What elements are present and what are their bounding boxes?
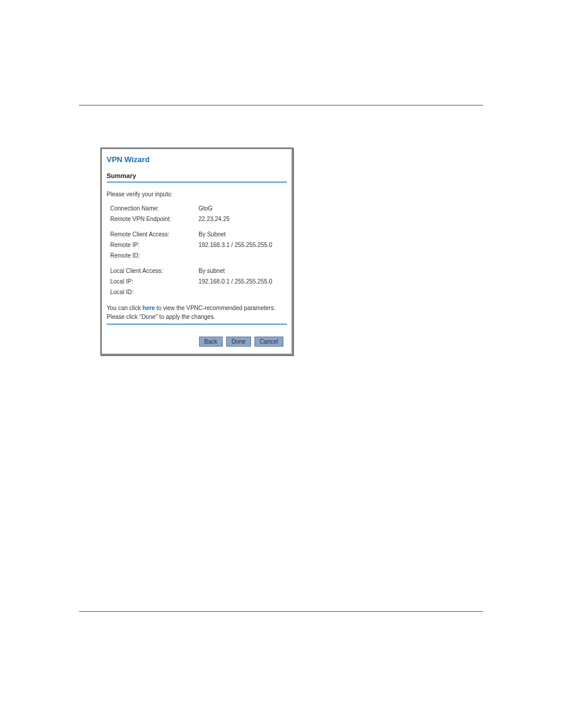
label: Local Client Access: (110, 267, 199, 275)
row-local-client-access: Local Client Access: By subnet (110, 267, 287, 275)
apply-instruction: Please click "Done" to apply the changes… (107, 314, 287, 320)
top-rule (79, 105, 483, 106)
label: Remote VPN Endpoint: (110, 215, 199, 223)
value: 22.23.24.25 (199, 215, 230, 223)
label: Local IP: (110, 278, 199, 286)
value: 192.168.0.1 / 255.255.255.0 (199, 278, 272, 286)
label: Local ID: (110, 288, 199, 297)
wizard-body: VPN Wizard Summary Please verify your in… (102, 149, 292, 354)
value: 192.168.3.1 / 255.255.255.0 (199, 241, 272, 249)
row-remote-ip: Remote IP: 192.168.3.1 / 255.255.255.0 (110, 241, 287, 249)
row-connection-name: Connection Name: GtoG (110, 205, 287, 213)
label: Connection Name: (110, 205, 199, 213)
value: By subnet (199, 267, 224, 275)
vpn-wizard-dialog: VPN Wizard Summary Please verify your in… (100, 147, 293, 355)
row-local-ip: Local IP: 192.168.0.1 / 255.255.255.0 (110, 278, 287, 286)
divider (107, 182, 287, 183)
row-local-id: Local ID: (110, 288, 287, 297)
row-remote-client-access: Remote Client Access: By Subnet (110, 230, 287, 239)
page: VPN Wizard Summary Please verify your in… (0, 0, 562, 728)
divider (107, 324, 287, 325)
value: By Subnet (199, 230, 226, 239)
here-link[interactable]: here (143, 305, 155, 311)
note-post: to view the VPNC-recommended parameters. (155, 305, 276, 311)
back-button[interactable]: Back (199, 337, 223, 347)
row-remote-endpoint: Remote VPN Endpoint: 22.23.24.25 (110, 215, 287, 223)
wizard-title: VPN Wizard (107, 155, 287, 164)
row-remote-id: Remote ID: (110, 252, 287, 260)
vpnc-note: You can click here to view the VPNC-reco… (107, 305, 287, 311)
button-bar: Back Done Cancel (107, 333, 287, 350)
label: Remote ID: (110, 252, 199, 260)
note-pre: You can click (107, 305, 143, 311)
field-group-2: Remote Client Access: By Subnet Remote I… (110, 230, 287, 260)
wizard-section-heading: Summary (107, 172, 287, 179)
field-group-3: Local Client Access: By subnet Local IP:… (110, 267, 287, 297)
bottom-rule (79, 611, 483, 612)
verify-prompt: Please verify your inputs: (107, 191, 287, 197)
cancel-button[interactable]: Cancel (254, 337, 283, 347)
field-group-1: Connection Name: GtoG Remote VPN Endpoin… (110, 205, 287, 223)
value: GtoG (199, 205, 213, 213)
label: Remote IP: (110, 241, 199, 249)
label: Remote Client Access: (110, 230, 199, 239)
done-button[interactable]: Done (226, 337, 251, 347)
